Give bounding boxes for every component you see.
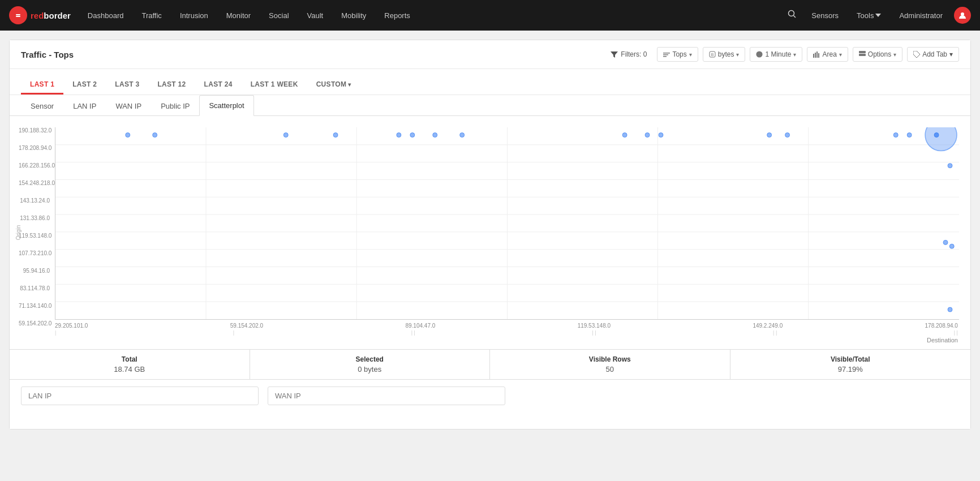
filters-button[interactable]: Filters: 0 [605, 48, 652, 61]
x-label-3: 119.53.148.0 [578, 323, 611, 329]
view-tab-wanip[interactable]: WAN IP [106, 96, 151, 116]
bytes-icon: B [709, 51, 716, 58]
time-tab-last1week[interactable]: LAST 1 WEEK [242, 76, 307, 95]
svg-point-52 [948, 164, 952, 168]
time-tab-last3[interactable]: LAST 3 [106, 76, 148, 95]
x-label-5: 178.208.94.0 [925, 323, 958, 329]
nav-social[interactable]: Social [261, 8, 296, 23]
y-label-3: 154.248.218.0 [19, 180, 50, 186]
nav-logo[interactable]: redborder [9, 6, 71, 24]
svg-point-48 [893, 133, 898, 138]
x-label-2: 89.104.47.0 [405, 323, 435, 329]
filter-icon [611, 51, 618, 58]
time-tab-last12[interactable]: LAST 12 [148, 76, 195, 95]
time-tab-last2[interactable]: LAST 2 [63, 76, 106, 95]
time-tab-custom[interactable]: CUSTOM ▾ [307, 76, 360, 95]
svg-point-44 [645, 133, 650, 138]
x-axis-title: Destination [55, 336, 959, 343]
y-label-11: 59.154.202.0 [19, 320, 50, 327]
view-tab-lanip[interactable]: LAN IP [63, 96, 106, 116]
time-tabs: LAST 1 LAST 2 LAST 3 LAST 12 LAST 24 LAS… [10, 69, 970, 95]
svg-point-35 [126, 133, 130, 138]
filter-inputs [10, 380, 970, 412]
nav-reports[interactable]: Reports [376, 8, 418, 23]
header-controls: Filters: 0 Tops ▾ B bytes ▾ [605, 47, 959, 62]
nav-traffic[interactable]: Traffic [134, 8, 169, 23]
nav-administrator[interactable]: Administrator [892, 8, 949, 23]
tag-icon [913, 51, 920, 58]
y-label-2: 166.228.156.0 [19, 162, 50, 169]
y-label-6: 119.53.148.0 [19, 233, 50, 239]
svg-point-40 [410, 133, 415, 138]
svg-rect-6 [663, 53, 670, 54]
nav-tools[interactable]: Tools [850, 8, 888, 23]
nav-vault[interactable]: Vault [299, 8, 332, 23]
options-button[interactable]: Options ▾ [853, 47, 902, 62]
bytes-caret-icon: ▾ [736, 51, 739, 58]
svg-rect-2 [16, 16, 20, 17]
svg-point-51 [934, 133, 939, 138]
interval-caret-icon: ▾ [793, 51, 796, 58]
chart-area: 190.188.32.0 178.208.94.0 166.228.156.0 … [10, 116, 970, 429]
bytes-button[interactable]: B bytes ▾ [703, 47, 746, 62]
nav-dashboard[interactable]: Dashboard [80, 8, 132, 23]
svg-point-46 [767, 133, 772, 138]
svg-point-37 [283, 133, 288, 138]
chart-type-button[interactable]: Area ▾ [807, 47, 848, 62]
svg-rect-14 [813, 54, 814, 58]
nav-intrusion[interactable]: Intrusion [172, 8, 216, 23]
nav-mobility[interactable]: Mobility [333, 8, 374, 23]
svg-rect-8 [663, 56, 667, 57]
svg-point-49 [907, 133, 912, 138]
y-label-4: 143.13.24.0 [19, 197, 50, 204]
nav-sensors[interactable]: Sensors [805, 8, 845, 23]
stats-bar: Total 18.74 GB Selected 0 bytes Visible … [10, 349, 970, 380]
x-label-1: 59.154.202.0 [230, 323, 263, 329]
tops-caret-icon: ▾ [689, 51, 692, 58]
x-label-0: 29.205.101.0 [55, 323, 88, 329]
svg-rect-17 [818, 53, 819, 58]
navbar: redborder Dashboard Traffic Intrusion Mo… [0, 0, 980, 31]
y-label-9: 83.114.78.0 [19, 285, 50, 291]
scatterplot-svg [55, 127, 959, 320]
page-title: Traffic - Tops [21, 50, 605, 59]
svg-rect-16 [816, 51, 818, 58]
svg-point-43 [622, 133, 627, 138]
svg-point-50 [925, 127, 957, 151]
clock-icon [756, 51, 763, 58]
chart-caret-icon: ▾ [839, 51, 842, 58]
svg-point-38 [333, 133, 338, 138]
header-bar: Traffic - Tops Filters: 0 Tops ▾ B [10, 40, 970, 69]
y-label-8: 95.94.16.0 [19, 268, 50, 274]
wan-ip-input[interactable] [268, 386, 505, 405]
logo-icon [9, 6, 27, 24]
lan-ip-input[interactable] [21, 386, 259, 405]
stat-total: Total 18.74 GB [10, 350, 250, 379]
add-tab-caret-icon: ▾ [949, 50, 953, 58]
user-avatar[interactable] [954, 7, 971, 24]
time-tab-last24[interactable]: LAST 24 [195, 76, 242, 95]
search-icon[interactable] [784, 6, 800, 24]
svg-point-41 [433, 133, 437, 138]
options-icon [859, 51, 866, 58]
svg-rect-7 [663, 54, 668, 55]
view-tab-sensor[interactable]: Sensor [21, 96, 63, 116]
svg-point-36 [153, 133, 157, 138]
svg-rect-15 [815, 53, 816, 58]
nav-monitor[interactable]: Monitor [218, 8, 259, 23]
view-tab-scatterplot[interactable]: Scatterplot [199, 95, 253, 116]
time-tab-last1[interactable]: LAST 1 [21, 76, 63, 95]
add-tab-button[interactable]: Add Tab ▾ [907, 47, 959, 62]
svg-point-53 [943, 240, 948, 244]
interval-button[interactable]: 1 Minute ▾ [750, 47, 802, 62]
svg-point-42 [460, 133, 465, 138]
y-label-5: 131.33.86.0 [19, 215, 50, 221]
svg-point-47 [785, 133, 790, 138]
svg-point-54 [949, 244, 954, 248]
view-tab-publicip[interactable]: Public IP [151, 96, 199, 116]
main-content: Traffic - Tops Filters: 0 Tops ▾ B [9, 40, 971, 430]
svg-rect-19 [859, 54, 866, 56]
svg-text:B: B [711, 53, 713, 57]
stat-visible-total: Visible/Total 97.19% [730, 350, 971, 379]
tops-button[interactable]: Tops ▾ [657, 47, 698, 62]
